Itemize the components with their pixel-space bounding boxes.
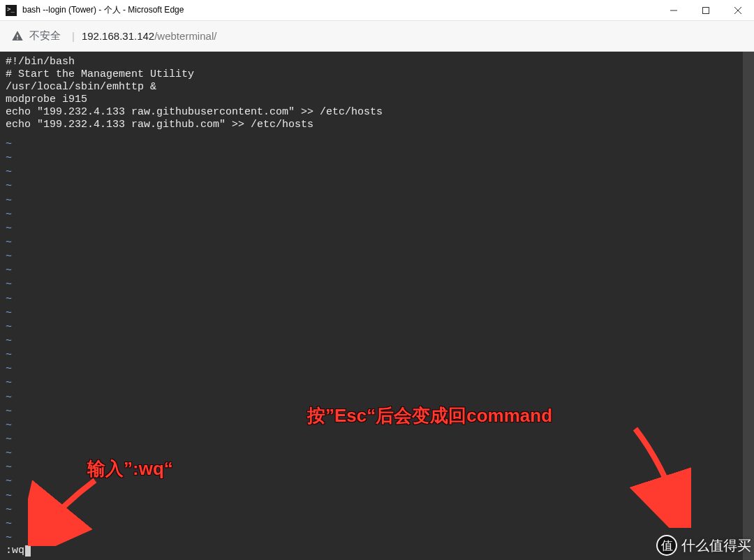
svg-rect-4 [17,34,18,37]
editor-tilde-line: ~ [6,518,737,531]
editor-tilde-line: ~ [6,265,737,277]
editor-tilde-line: ~ [6,293,737,306]
editor-tilde-line: ~ [6,448,737,460]
minimize-button[interactable] [658,0,690,20]
terminal[interactable]: #!/bin/bash# Start the Management Utilit… [0,52,743,560]
editor-tilde-line: ~ [6,166,737,179]
editor-tilde-line: ~ [6,223,737,235]
editor-tilde-line: ~ [6,209,737,221]
editor-tilde-line: ~ [6,532,737,545]
editor-tilde-line: ~ [6,279,737,291]
editor-line: /usr/local/sbin/emhttp & [6,81,737,94]
terminal-container: #!/bin/bash# Start the Management Utilit… [0,52,754,560]
svg-rect-1 [703,7,709,13]
editor-tilde-line: ~ [6,363,737,376]
vim-command-text: :wq [6,545,24,557]
editor-tilde-line: ~ [6,321,737,334]
vim-command-line[interactable]: :wq [6,545,737,557]
url-host: 192.168.31.142 [82,30,154,42]
scrollbar-thumb[interactable] [744,53,753,560]
editor-tilde-line: ~ [6,504,737,517]
editor-tilde-line: ~ [6,434,737,446]
maximize-icon [702,7,709,14]
minimize-icon [670,7,677,14]
watermark: 值 什么值得买 [656,535,751,556]
editor-tilde-line: ~ [6,195,737,207]
editor-tilde-line: ~ [6,462,737,474]
editor-tilde-line: ~ [6,406,737,418]
window-titlebar: bash --login (Tower) - 个人 - Microsoft Ed… [0,0,754,21]
editor-tilde-line: ~ [6,251,737,263]
editor-tilde-line: ~ [6,152,737,165]
window-controls [658,0,754,20]
editor-empty-lines: ~~~~~~~~~~~~~~~~~~~~~~~~~~~~~ [6,131,737,545]
editor-tilde-line: ~ [6,476,737,488]
close-button[interactable] [722,0,754,20]
editor-line: echo "199.232.4.133 raw.github.com" >> /… [6,119,737,131]
editor-line: modprobe i915 [6,94,737,106]
editor-line: #!/bin/bash [6,56,737,68]
editor-tilde-line: ~ [6,392,737,404]
window-title: bash --login (Tower) - 个人 - Microsoft Ed… [22,4,184,16]
editor-tilde-line: ~ [6,237,737,249]
watermark-text: 什么值得买 [681,536,751,555]
editor-tilde-line: ~ [6,377,737,390]
terminal-favicon [6,5,17,16]
address-bar[interactable]: 不安全 | 192.168.31.142/webterminal/ [0,21,754,52]
editor-tilde-line: ~ [6,307,737,320]
editor-tilde-line: ~ [6,349,737,362]
editor-tilde-line: ~ [6,335,737,348]
address-separator: | [72,30,75,42]
editor-tilde-line: ~ [6,180,737,193]
cursor-block [25,545,31,557]
editor-tilde-line: ~ [6,420,737,432]
editor-tilde-line: ~ [6,138,737,151]
insecure-warning-icon [11,30,24,43]
scrollbar-track[interactable] [743,52,754,560]
editor-line: # Start the Management Utility [6,68,737,81]
svg-rect-5 [17,38,18,40]
maximize-button[interactable] [690,0,722,20]
watermark-badge-icon: 值 [656,535,677,556]
editor-content: #!/bin/bash# Start the Management Utilit… [6,56,737,131]
close-icon [734,7,741,14]
editor-tilde-line: ~ [6,490,737,503]
editor-line: echo "199.232.4.133 raw.githubuserconten… [6,106,737,119]
insecure-label: 不安全 [29,29,61,43]
url-path: /webterminal/ [154,30,216,42]
